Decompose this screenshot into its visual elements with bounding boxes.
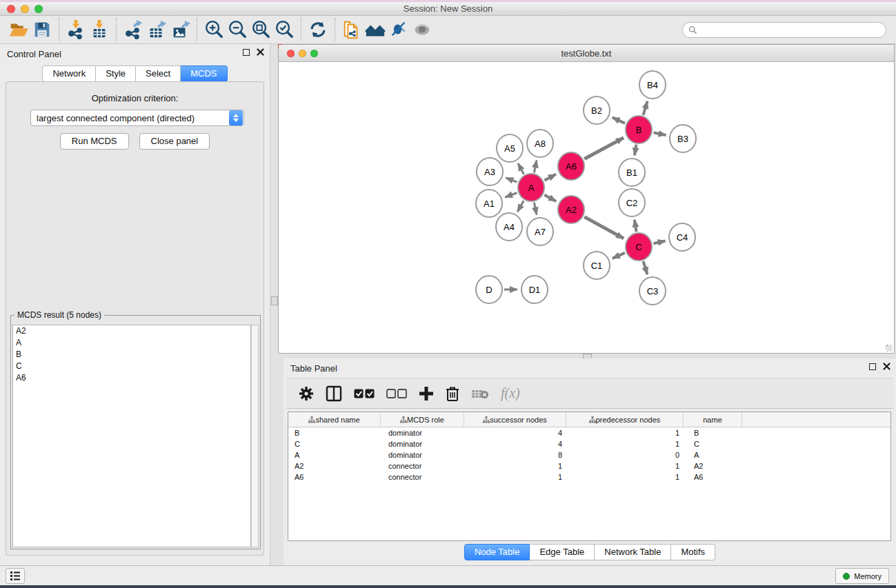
import-network-button[interactable] (64, 18, 88, 41)
graph-node-A8[interactable]: A8 (527, 130, 553, 157)
window-resize-grip[interactable] (886, 345, 893, 352)
new-network-from-selection-button[interactable] (340, 18, 364, 41)
save-session-button[interactable] (30, 18, 54, 41)
table-row[interactable]: Cdominator41C (288, 438, 890, 449)
graph-edge-A-A8[interactable] (534, 160, 537, 172)
graph-edge-A-A4[interactable] (517, 201, 524, 212)
column-header-name[interactable]: name (684, 412, 742, 427)
close-panel-button[interactable]: Close panel (139, 133, 210, 150)
table-options-button[interactable] (299, 386, 314, 401)
graph-node-D1[interactable]: D1 (521, 276, 548, 303)
result-list-scrollbar[interactable] (251, 325, 259, 547)
add-column-button[interactable] (419, 386, 434, 401)
graph-edge-C-C3[interactable] (644, 261, 648, 274)
graph-node-A7[interactable]: A7 (527, 218, 553, 245)
graph-edge-A-A6[interactable] (544, 174, 556, 181)
zoom-in-button[interactable] (202, 18, 226, 41)
graph-node-C[interactable]: C (626, 233, 652, 261)
delete-table-button[interactable] (471, 388, 489, 399)
export-image-button[interactable] (168, 18, 192, 41)
column-header-predecessor-nodes[interactable]: predecessor nodes (566, 412, 684, 427)
graph-node-A6[interactable]: A6 (558, 152, 584, 180)
table-row[interactable]: A2connector11A2 (288, 460, 890, 472)
graph-edge-A-A2[interactable] (544, 195, 556, 201)
graph-node-D[interactable]: D (476, 276, 502, 303)
graph-node-B[interactable]: B (626, 116, 652, 143)
graph-node-C4[interactable]: C4 (669, 223, 695, 251)
select-stepper[interactable] (229, 110, 243, 125)
table-row[interactable]: A6connector11A6 (288, 472, 890, 483)
close-panel-icon[interactable] (883, 363, 890, 370)
import-table-button[interactable] (88, 18, 111, 41)
mcds-result-item[interactable]: A2 (13, 325, 250, 337)
graph-node-B1[interactable]: B1 (619, 159, 645, 186)
table-row[interactable]: Adominator80A (288, 449, 890, 460)
zoom-out-button[interactable] (226, 18, 249, 41)
graph-node-A[interactable]: A (518, 174, 544, 201)
column-panel-button[interactable] (326, 385, 342, 402)
zoom-fit-button[interactable] (249, 18, 272, 41)
graph-node-C1[interactable]: C1 (584, 252, 610, 279)
tab-network[interactable]: Network (42, 65, 96, 82)
tab-node-table[interactable]: Node Table (464, 544, 530, 560)
graph-edge-A-A7[interactable] (534, 203, 537, 215)
mcds-result-item[interactable]: A6 (13, 372, 250, 384)
export-table-button[interactable] (145, 18, 168, 41)
graph-edge-A6-B[interactable] (584, 138, 624, 159)
graph-node-B3[interactable]: B3 (670, 125, 696, 152)
graph-node-B4[interactable]: B4 (639, 71, 666, 99)
tab-network-table[interactable]: Network Table (595, 544, 671, 560)
graph-node-A2[interactable]: A2 (558, 196, 584, 223)
graph-edge-A-A5[interactable] (518, 163, 524, 174)
graph-node-B2[interactable]: B2 (584, 97, 610, 124)
tab-motifs[interactable]: Motifs (671, 544, 715, 560)
graph-node-A5[interactable]: A5 (497, 134, 523, 162)
tab-edge-table[interactable]: Edge Table (530, 544, 595, 560)
mcds-result-item[interactable]: C (13, 361, 250, 372)
graph-node-C2[interactable]: C2 (619, 189, 645, 216)
graph-edge-B-B4[interactable] (643, 101, 647, 115)
graph-edge-A2-C[interactable] (584, 217, 624, 239)
graph-edge-C-C2[interactable] (635, 220, 637, 232)
graph-edge-B-B1[interactable] (635, 145, 637, 156)
zoom-selected-button[interactable] (272, 18, 296, 41)
delete-columns-button[interactable] (446, 386, 459, 401)
graph-edge-C-C1[interactable] (613, 253, 625, 258)
tab-select[interactable]: Select (136, 65, 181, 82)
mcds-result-item[interactable]: A (13, 337, 250, 349)
network-canvas[interactable]: AA1A2A3A4A5A6A7A8BB1B2B3B4CC1C2C3C4DD1 (279, 63, 894, 353)
select-all-button[interactable] (354, 389, 375, 398)
graph-node-A3[interactable]: A3 (477, 158, 503, 185)
export-network-button[interactable] (121, 18, 145, 41)
first-neighbors-button[interactable] (364, 18, 387, 41)
close-panel-icon[interactable] (257, 48, 264, 56)
refresh-view-button[interactable] (306, 18, 330, 41)
graph-edge-C-C4[interactable] (653, 241, 665, 243)
graph-edge-B-B3[interactable] (654, 132, 666, 135)
open-file-button[interactable] (7, 18, 30, 41)
search-input[interactable] (701, 24, 880, 35)
column-header-successor-nodes[interactable]: successor nodes (464, 412, 566, 427)
column-header-shared-name[interactable]: shared name (288, 412, 381, 427)
memory-button[interactable]: Memory (835, 568, 889, 584)
graph-node-C3[interactable]: C3 (639, 277, 666, 305)
vertical-splitter-handle[interactable] (271, 296, 278, 305)
run-mcds-button[interactable]: Run MCDS (60, 133, 129, 150)
graph-node-A4[interactable]: A4 (496, 213, 522, 241)
optimization-criterion-select[interactable]: largest connected component (directed) (30, 110, 244, 126)
graph-edge-B-B2[interactable] (613, 117, 625, 123)
tab-mcds[interactable]: MCDS (181, 65, 227, 82)
graph-edge-A-A3[interactable] (506, 178, 517, 182)
graph-node-A1[interactable]: A1 (476, 190, 502, 217)
graph-edge-A-A1[interactable] (505, 193, 517, 197)
float-panel-icon[interactable] (869, 363, 876, 370)
mcds-result-item[interactable]: B (13, 349, 250, 361)
search-field[interactable] (682, 22, 886, 38)
function-builder-button[interactable]: f(x) (501, 385, 520, 401)
show-graphics-details-button[interactable] (410, 18, 434, 41)
deselect-all-button[interactable] (386, 389, 407, 398)
task-history-button[interactable] (6, 568, 25, 584)
column-header-MCDS-role[interactable]: MCDS role (381, 412, 464, 427)
tab-style[interactable]: Style (96, 65, 136, 82)
table-row[interactable]: Bdominator41B (288, 427, 890, 438)
